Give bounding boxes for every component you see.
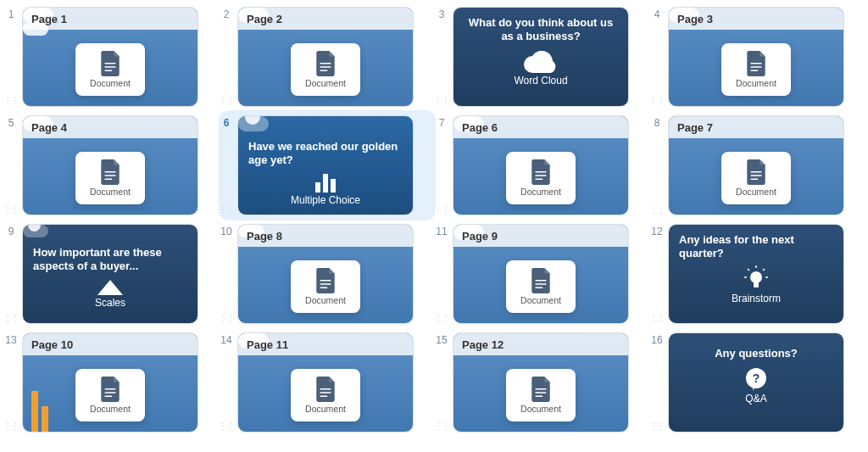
slide-drag-handle[interactable]: ⋮⋮ <box>649 421 665 432</box>
svg-rect-2 <box>331 179 336 193</box>
slide-thumbnail[interactable]: Page 3 Document <box>668 7 844 107</box>
slide-thumbnail[interactable]: Any ideas for the next quarter? Brainsto… <box>668 224 844 324</box>
chart-decoration <box>31 381 48 432</box>
slide-gutter: 1 ⋮⋮ <box>3 7 19 107</box>
slide-drag-handle[interactable]: ⋮⋮ <box>219 204 234 215</box>
document-badge-label: Document <box>736 187 776 197</box>
slide-number: 1 <box>8 8 14 20</box>
question-bubble-icon: ? <box>743 367 769 391</box>
slide-drag-handle[interactable]: ⋮⋮ <box>219 96 234 107</box>
slide-title-bar: Page 4 <box>23 116 198 138</box>
slide-gutter: 8 ⋮⋮ <box>649 115 665 215</box>
lightbulb-icon <box>744 265 768 291</box>
decoration-cloud <box>23 225 48 237</box>
slide-cell: 6 ⋮⋮ Have we reached our golden age yet?… <box>219 110 436 220</box>
slide-drag-handle[interactable]: ⋮⋮ <box>649 204 665 215</box>
slide-thumbnail[interactable]: Page 2 Document <box>237 7 414 107</box>
document-icon <box>314 51 337 76</box>
activity-content: How important are these aspects of a buy… <box>23 237 198 324</box>
triangle-icon <box>97 280 123 295</box>
slide-drag-handle[interactable]: ⋮⋮ <box>219 421 234 432</box>
slide-cell: 15 ⋮⋮ Page 12 Document <box>434 332 649 432</box>
slide-thumbnail[interactable]: Page 9 Document <box>453 224 629 324</box>
slide-title-bar: Page 7 <box>669 116 843 138</box>
slide-gutter: 5 ⋮⋮ <box>3 115 19 215</box>
slide-title-bar: Page 2 <box>238 8 413 30</box>
slide-number: 16 <box>651 334 662 346</box>
slide-title-bar: Page 11 <box>238 333 413 355</box>
document-badge: Document <box>75 43 145 96</box>
document-badge: Document <box>75 152 145 204</box>
slide-cell: 12 ⋮⋮ Any ideas for the next quarter? Br… <box>649 224 865 324</box>
document-badge: Document <box>75 369 145 421</box>
slide-drag-handle[interactable]: ⋮⋮ <box>3 96 19 107</box>
document-badge: Document <box>721 43 791 96</box>
slide-number: 9 <box>8 226 14 237</box>
document-badge: Document <box>506 369 576 421</box>
slide-number: 3 <box>439 8 445 20</box>
slide-cell: 10 ⋮⋮ Page 8 Document <box>219 224 434 324</box>
slide-thumbnail[interactable]: Page 12 Document <box>453 332 629 432</box>
slide-cell: 7 ⋮⋮ Page 6 Document <box>434 115 649 215</box>
slide-thumbnail[interactable]: Page 10 Document <box>22 332 198 432</box>
document-icon <box>530 268 552 293</box>
slide-cell: 14 ⋮⋮ Page 11 Document <box>219 332 434 432</box>
slide-cell: 16 ⋮⋮ Any questions? ? Q&A <box>649 332 865 432</box>
slide-gutter: 16 ⋮⋮ <box>649 332 665 432</box>
slide-gutter: 14 ⋮⋮ <box>219 332 234 432</box>
slide-thumbnail[interactable]: What do you think about us as a business… <box>453 7 629 107</box>
slide-drag-handle[interactable]: ⋮⋮ <box>434 96 449 107</box>
slide-gutter: 6 ⋮⋮ <box>219 115 234 215</box>
document-badge-label: Document <box>736 78 776 88</box>
document-badge-label: Document <box>305 295 346 305</box>
slide-gutter: 13 ⋮⋮ <box>3 332 19 432</box>
activity-question: What do you think about us as a business… <box>464 16 618 44</box>
slide-thumbnail[interactable]: Any questions? ? Q&A <box>668 332 844 432</box>
slide-drag-handle[interactable]: ⋮⋮ <box>3 421 19 432</box>
slide-thumbnail[interactable]: Page 6 Document <box>453 115 629 215</box>
slide-drag-handle[interactable]: ⋮⋮ <box>434 204 449 215</box>
slide-cell: 8 ⋮⋮ Page 7 Document <box>649 115 865 215</box>
slide-gutter: 3 ⋮⋮ <box>434 7 449 107</box>
activity-content: Any questions? ? Q&A <box>669 333 843 432</box>
slide-number: 4 <box>654 8 660 20</box>
document-badge-label: Document <box>305 404 346 414</box>
slide-thumbnail[interactable]: Page 1 Document <box>22 7 198 107</box>
document-badge: Document <box>721 152 791 204</box>
slide-number: 7 <box>439 117 445 129</box>
document-badge-label: Document <box>520 295 561 305</box>
slide-drag-handle[interactable]: ⋮⋮ <box>219 313 234 324</box>
slide-title-bar: Page 1 <box>23 8 198 30</box>
document-icon <box>530 377 552 402</box>
slide-number: 6 <box>224 117 230 129</box>
activity-label: Brainstorm <box>732 293 781 304</box>
slide-thumbnail[interactable]: Have we reached our golden age yet? Mult… <box>237 115 414 215</box>
slide-thumbnail[interactable]: Page 4 Document <box>22 115 198 215</box>
slide-number: 5 <box>8 117 14 129</box>
document-badge-label: Document <box>520 404 561 414</box>
slide-cell: 1 ⋮⋮ Page 1 Document <box>3 7 219 107</box>
slide-cell: 5 ⋮⋮ Page 4 Document <box>3 115 219 215</box>
slide-drag-handle[interactable]: ⋮⋮ <box>434 421 449 432</box>
slide-thumbnail[interactable]: Page 8 Document <box>237 224 414 324</box>
slide-cell: 4 ⋮⋮ Page 3 Document <box>649 7 865 107</box>
slide-drag-handle[interactable]: ⋮⋮ <box>3 204 19 215</box>
slide-drag-handle[interactable]: ⋮⋮ <box>3 313 19 324</box>
document-badge-label: Document <box>90 187 131 197</box>
document-badge-label: Document <box>305 78 346 88</box>
slide-drag-handle[interactable]: ⋮⋮ <box>649 313 665 324</box>
activity-question: Any questions? <box>715 347 798 360</box>
slide-thumbnail[interactable]: Page 7 Document <box>668 115 844 215</box>
document-badge-label: Document <box>90 404 131 414</box>
slide-thumbnail[interactable]: How important are these aspects of a buy… <box>22 224 198 324</box>
activity-question: Any ideas for the next quarter? <box>679 233 833 262</box>
activity-label: Q&A <box>745 393 766 405</box>
slide-title-bar: Page 9 <box>453 225 628 247</box>
slide-drag-handle[interactable]: ⋮⋮ <box>434 313 449 324</box>
slide-title-bar: Page 8 <box>238 225 413 247</box>
document-badge-label: Document <box>520 187 561 197</box>
slide-drag-handle[interactable]: ⋮⋮ <box>649 96 665 107</box>
slide-thumbnail[interactable]: Page 11 Document <box>237 332 414 432</box>
activity-question: Have we reached our golden age yet? <box>248 140 403 169</box>
document-icon <box>314 377 337 402</box>
